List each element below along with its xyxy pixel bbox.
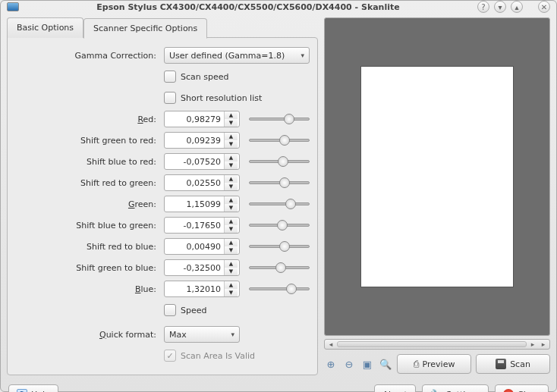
spin-down-icon[interactable]: ▼ — [225, 204, 238, 212]
chevron-down-icon: ▾ — [231, 331, 234, 338]
spin-down-icon[interactable]: ▼ — [225, 183, 238, 190]
spin-up-icon[interactable]: ▲ — [225, 281, 238, 289]
scroll-to-end-icon[interactable]: ▸ — [539, 340, 548, 348]
param-label: Shift green to red: — [12, 136, 159, 146]
preview-icon: ⎙ — [414, 359, 419, 369]
param-slider[interactable] — [249, 153, 310, 170]
footer: ? Help About 🔧 Settings ✕ Close — [1, 380, 556, 392]
param-spinbox[interactable]: ▲▼ — [164, 132, 240, 149]
spin-down-icon[interactable]: ▼ — [225, 119, 238, 127]
param-input[interactable] — [165, 136, 224, 146]
spin-down-icon[interactable]: ▼ — [225, 289, 238, 296]
spin-up-icon[interactable]: ▲ — [225, 196, 238, 204]
param-label: Red: — [12, 114, 159, 124]
about-button[interactable]: About — [374, 384, 416, 392]
preview-page[interactable] — [361, 67, 513, 287]
spin-down-icon[interactable]: ▼ — [225, 140, 238, 148]
spin-up-icon[interactable]: ▲ — [225, 218, 238, 225]
param-spinbox[interactable]: ▲▼ — [164, 238, 240, 255]
zoom-actual-icon[interactable]: 🔍 — [379, 357, 392, 371]
save-icon — [496, 359, 506, 369]
param-slider[interactable] — [249, 281, 310, 297]
param-input[interactable] — [165, 178, 224, 188]
settings-button[interactable]: 🔧 Settings — [422, 384, 489, 392]
param-input[interactable] — [165, 221, 224, 230]
param-input[interactable] — [165, 114, 224, 124]
spin-up-icon[interactable]: ▲ — [225, 175, 238, 183]
param-slider[interactable] — [249, 238, 310, 255]
help-titlebar-button[interactable]: ? — [477, 1, 489, 13]
spin-up-icon[interactable]: ▲ — [225, 260, 238, 268]
close-titlebar-button[interactable]: ✕ — [538, 1, 550, 13]
param-spinbox[interactable]: ▲▼ — [164, 153, 240, 170]
spin-down-icon[interactable]: ▼ — [225, 225, 238, 233]
quick-format-label: Quick format: — [12, 330, 159, 340]
spin-down-icon[interactable]: ▼ — [225, 268, 238, 275]
main-window: Epson Stylus CX4300/CX4400/CX5500/CX5600… — [0, 0, 557, 392]
param-spinbox[interactable]: ▲▼ — [164, 174, 240, 191]
tab-scanner-specific[interactable]: Scanner Specific Options — [83, 18, 207, 39]
speed-label: Speed — [181, 306, 206, 315]
spin-down-icon[interactable]: ▼ — [225, 246, 238, 254]
spin-up-icon[interactable]: ▲ — [225, 154, 238, 162]
zoom-in-icon[interactable]: ⊕ — [324, 357, 338, 371]
param-spinbox[interactable]: ▲▼ — [164, 217, 240, 234]
param-input[interactable] — [165, 242, 224, 252]
spin-up-icon[interactable]: ▲ — [225, 133, 238, 140]
param-label: Shift red to green: — [12, 178, 159, 188]
maximize-button[interactable]: ▴ — [511, 1, 523, 13]
close-icon: ✕ — [503, 389, 514, 392]
gamma-label: Gamma Correction: — [12, 51, 159, 61]
short-resolution-label: Short resolution list — [181, 93, 262, 103]
minimize-button[interactable]: ▾ — [494, 1, 506, 13]
scrollbar-thumb[interactable] — [337, 341, 527, 347]
scan-button[interactable]: Scan — [476, 354, 550, 374]
help-button[interactable]: ? Help — [8, 384, 58, 392]
app-icon — [7, 2, 19, 11]
zoom-fit-icon[interactable]: ▣ — [360, 357, 374, 371]
param-label: Green: — [12, 199, 159, 209]
scan-speed-checkbox[interactable] — [164, 71, 176, 83]
param-input[interactable] — [165, 199, 224, 209]
param-label: Shift blue to red: — [12, 157, 159, 167]
param-label: Shift green to blue: — [12, 263, 159, 273]
short-resolution-checkbox[interactable] — [164, 92, 176, 104]
quick-format-combo[interactable]: Max ▾ — [164, 326, 240, 343]
spin-down-icon[interactable]: ▼ — [225, 162, 238, 169]
scroll-left-icon[interactable]: ◂ — [326, 340, 335, 348]
param-input[interactable] — [165, 157, 224, 167]
param-slider[interactable] — [249, 132, 310, 149]
preview-button[interactable]: ⎙ Preview — [397, 354, 471, 374]
param-slider[interactable] — [249, 174, 310, 191]
chevron-down-icon: ▾ — [301, 52, 304, 59]
param-input[interactable] — [165, 284, 224, 294]
param-spinbox[interactable]: ▲▼ — [164, 281, 240, 297]
gamma-combo[interactable]: User defined (Gamma=1.8) ▾ — [164, 47, 310, 64]
spin-up-icon[interactable]: ▲ — [225, 239, 238, 246]
param-input[interactable] — [165, 263, 224, 273]
quick-format-value: Max — [169, 330, 187, 340]
param-spinbox[interactable]: ▲▼ — [164, 111, 240, 127]
speed-checkbox[interactable] — [164, 304, 176, 316]
zoom-out-icon[interactable]: ⊖ — [342, 357, 356, 371]
param-label: Blue: — [12, 284, 159, 294]
scan-area-valid-label: Scan Area Is Valid — [181, 351, 255, 361]
gear-icon: 🔧 — [430, 389, 442, 393]
close-button[interactable]: ✕ Close — [495, 384, 549, 392]
scan-area-valid-checkbox[interactable]: ✓ — [164, 350, 176, 362]
param-spinbox[interactable]: ▲▼ — [164, 196, 240, 212]
scroll-right-icon[interactable]: ▸ — [528, 340, 537, 348]
spin-up-icon[interactable]: ▲ — [225, 111, 238, 119]
param-slider[interactable] — [249, 217, 310, 234]
preview-scrollbar[interactable]: ◂ ▸ ▸ — [324, 339, 550, 350]
preview-toolbar: ⊕ ⊖ ▣ 🔍 ⎙ Preview Scan — [324, 353, 550, 375]
param-slider[interactable] — [249, 111, 310, 127]
param-spinbox[interactable]: ▲▼ — [164, 259, 240, 276]
preview-area — [324, 17, 550, 336]
param-slider[interactable] — [249, 196, 310, 212]
tab-content: Gamma Correction: User defined (Gamma=1.… — [7, 37, 318, 375]
param-slider[interactable] — [249, 259, 310, 276]
titlebar: Epson Stylus CX4300/CX4400/CX5500/CX5600… — [1, 1, 556, 13]
scan-speed-label: Scan speed — [181, 72, 228, 82]
tab-basic-options[interactable]: Basic Options — [7, 17, 83, 38]
